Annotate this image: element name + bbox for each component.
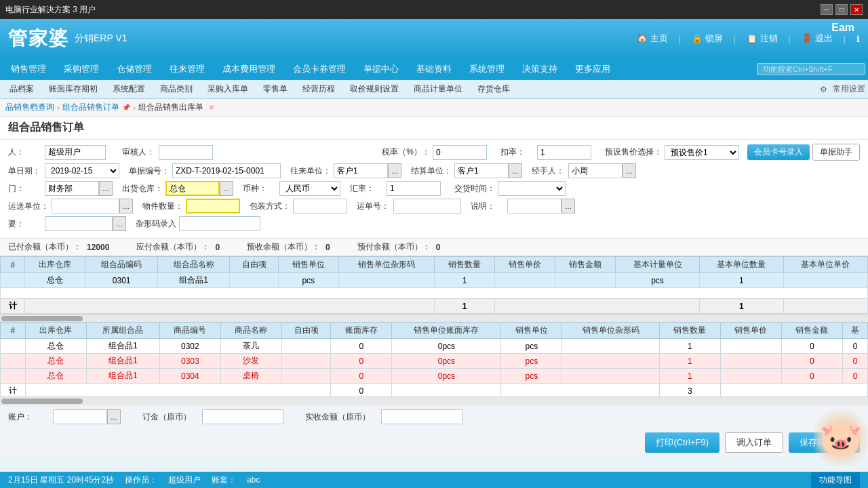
print-btn[interactable]: 打印(Ctrl+F9) (645, 432, 719, 453)
handler-input[interactable] (568, 163, 623, 178)
info-link[interactable]: ℹ (856, 34, 860, 44)
col-barcode: 销售单位杂形码 (338, 257, 434, 273)
account-input[interactable] (53, 409, 107, 424)
warehouse-btn[interactable]: … (220, 181, 233, 196)
person-input[interactable] (45, 145, 106, 160)
window-controls[interactable]: ─ □ ✕ (821, 4, 863, 15)
barcode-input[interactable] (179, 216, 260, 231)
payable-value: 12000 (87, 243, 109, 252)
maximize-btn[interactable]: □ (835, 4, 848, 15)
rate-input[interactable] (387, 181, 441, 196)
settle-unit-field: … (454, 163, 522, 178)
sub-col-qty: 销售数量 (659, 323, 720, 339)
tax-input[interactable] (433, 145, 487, 160)
import-btn[interactable]: 调入订单 (725, 432, 783, 453)
main-table-total: 计 1 1 (1, 299, 868, 314)
discount-input[interactable] (537, 145, 591, 160)
sub-table-row[interactable]: 总仓 组合品1 0304 桌椅 0 0pcs pcs 1 0 0 (1, 369, 868, 384)
date-select[interactable]: 2019-02-15 (45, 163, 119, 178)
discount-label: 扣率： (500, 146, 534, 158)
col-base-qty: 基本单位数量 (699, 257, 783, 273)
order-input[interactable] (202, 409, 283, 424)
nav-sales[interactable]: 销售管理 (3, 60, 54, 78)
sub-scrollbar-thumb[interactable] (1, 399, 83, 404)
nav-member[interactable]: 会员卡券管理 (285, 60, 354, 78)
dept-btn[interactable]: … (99, 181, 113, 196)
breadcrumb-query[interactable]: 品销售档查询 (5, 102, 54, 113)
exchange-select[interactable] (498, 181, 566, 196)
need-btn[interactable]: … (113, 216, 126, 231)
nav-more[interactable]: 更多应用 (567, 60, 618, 78)
subnav-warehouse[interactable]: 存货仓库 (471, 82, 517, 96)
subnav-history[interactable]: 经营历程 (296, 82, 342, 96)
settle-unit-input[interactable] (454, 163, 509, 178)
currency-select[interactable]: 人民币 (279, 181, 340, 196)
scrollbar-thumb[interactable] (1, 316, 83, 321)
nav-basic[interactable]: 基础资料 (408, 60, 460, 78)
settings-label[interactable]: 常用设置 (833, 83, 865, 95)
settings-icon[interactable]: ⚙ (820, 85, 827, 94)
main-table-container: # 出库仓库 组合品编码 组合品名称 自由项 销售单位 销售单位杂形码 销售数量… (0, 256, 868, 314)
nav-warehouse[interactable]: 仓储管理 (108, 60, 160, 78)
remark-btn[interactable]: … (561, 199, 575, 214)
nav-cost[interactable]: 成本费用管理 (214, 60, 283, 78)
footer-buttons: 打印(Ctrl+F9) 调入订单 保存订单（F (0, 428, 868, 457)
nav-voucher[interactable]: 单据中心 (355, 60, 407, 78)
handler-btn[interactable]: … (623, 163, 636, 178)
dept-input[interactable] (45, 181, 99, 196)
breadcrumb: 品销售档查询 › 组合品销售订单 📌 › 组合品销售出库单 ✕ (0, 99, 868, 117)
ship-btn[interactable]: … (119, 199, 133, 214)
pre-pay-label: 预付余额（本币）： (357, 241, 431, 253)
preset-select[interactable]: 预设售价1 (665, 145, 739, 160)
parts-input[interactable] (186, 199, 240, 214)
close-btn[interactable]: ✕ (850, 4, 863, 15)
subnav-price-rule[interactable]: 取价规则设置 (343, 82, 406, 96)
stats-row: 已付余额（本币）： 12000 应付余额（本币）： 0 预收余额（本币）： 0 … (0, 239, 868, 256)
breadcrumb-icon-close[interactable]: ✕ (209, 104, 214, 111)
sub-table-row[interactable]: 总仓 组合品1 0303 沙发 0 0pcs pcs 1 0 0 (1, 354, 868, 369)
function-map-btn[interactable]: 功能导图 (811, 472, 860, 488)
home-link[interactable]: 🏠 主页 (637, 33, 668, 45)
subnav-category[interactable]: 商品类别 (153, 82, 199, 96)
pack-input[interactable] (293, 199, 347, 214)
nav-relations[interactable]: 往来管理 (161, 60, 213, 78)
sub-nav-right: ⚙ 常用设置 (820, 83, 865, 95)
subnav-config[interactable]: 系统配置 (106, 82, 152, 96)
to-unit-btn[interactable]: … (388, 163, 401, 178)
currency-label: 币种： (243, 183, 277, 195)
logout-link[interactable]: 📋 注销 (747, 33, 778, 45)
member-card-btn[interactable]: 会员卡号录入 (747, 144, 810, 160)
table-row[interactable]: 总仓 0301 组合品1 pcs 1 pcs 1 (1, 273, 868, 288)
minimize-btn[interactable]: ─ (821, 4, 833, 15)
breadcrumb-sales-order[interactable]: 组合品销售订单 (62, 102, 119, 113)
account-btn[interactable]: … (107, 409, 121, 424)
need-input[interactable] (45, 216, 113, 231)
to-unit-input[interactable] (334, 163, 388, 178)
settle-unit-btn[interactable]: … (509, 163, 522, 178)
main-table-scrollbar[interactable] (0, 314, 868, 322)
stat-pre-recv: 预收余额（本币）： 0 (247, 241, 330, 253)
col-free: 自由项 (230, 257, 278, 273)
ship-input[interactable] (52, 199, 119, 214)
function-search-input[interactable] (757, 63, 865, 75)
nav-system[interactable]: 系统管理 (461, 60, 513, 78)
subnav-purchase-in[interactable]: 采购入库单 (201, 82, 255, 96)
sub-table-scrollbar[interactable] (0, 396, 868, 405)
nav-decision[interactable]: 决策支持 (514, 60, 566, 78)
doc-input[interactable] (172, 163, 281, 178)
lock-link[interactable]: 🔒 锁屏 (692, 33, 723, 45)
remark-input[interactable] (507, 199, 561, 214)
subnav-init-stock[interactable]: 账面库存期初 (42, 82, 104, 96)
ship-no-input[interactable] (393, 199, 461, 214)
warehouse-input[interactable] (165, 181, 220, 196)
subnav-archive[interactable]: 品档案 (3, 82, 41, 96)
helper-btn[interactable]: 单据助手 (812, 144, 860, 161)
sub-table-row[interactable]: 总仓 组合品1 0302 茶几 0 0pcs pcs 1 0 0 (1, 339, 868, 354)
exit-link[interactable]: 🚪 退出 (802, 33, 833, 45)
form-row-2: 单日期： 2019-02-15 单据编号： 往来单位： … 结算单位： … 经手… (8, 163, 860, 178)
subnav-uom[interactable]: 商品计量单位 (407, 82, 469, 96)
auditor-input[interactable] (159, 145, 213, 160)
nav-purchase[interactable]: 采购管理 (56, 60, 107, 78)
subnav-retail[interactable]: 零售单 (256, 82, 294, 96)
actual-input[interactable] (381, 409, 462, 424)
